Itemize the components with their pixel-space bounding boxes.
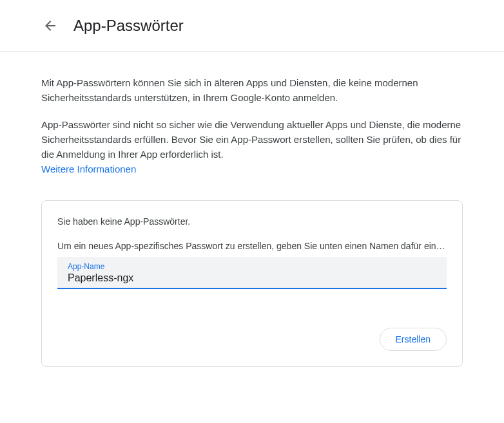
create-button[interactable]: Erstellen: [380, 328, 447, 351]
page-title: App-Passwörter: [73, 17, 184, 35]
learn-more-link[interactable]: Weitere Informationen: [41, 162, 136, 176]
arrow-left-icon: [43, 18, 58, 33]
app-name-input-wrapper[interactable]: App-Name: [57, 257, 447, 289]
description-text: Mit App-Passwörtern können Sie sich in ä…: [41, 75, 463, 106]
app-name-input[interactable]: [68, 272, 436, 284]
back-button[interactable]: [37, 13, 63, 39]
app-name-label: App-Name: [68, 262, 436, 271]
no-passwords-status: Sie haben keine App-Passwörter.: [57, 216, 447, 227]
warning-block: App-Passwörter sind nicht so sicher wie …: [41, 117, 463, 177]
card-instruction: Um ein neues App-spezifisches Passwort z…: [57, 240, 447, 253]
main-content: Mit App-Passwörtern können Sie sich in ä…: [0, 52, 504, 367]
button-row: Erstellen: [57, 328, 447, 351]
app-password-card: Sie haben keine App-Passwörter. Um ein n…: [41, 200, 463, 367]
page-header: App-Passwörter: [0, 0, 504, 52]
warning-text: App-Passwörter sind nicht so sicher wie …: [41, 117, 463, 162]
